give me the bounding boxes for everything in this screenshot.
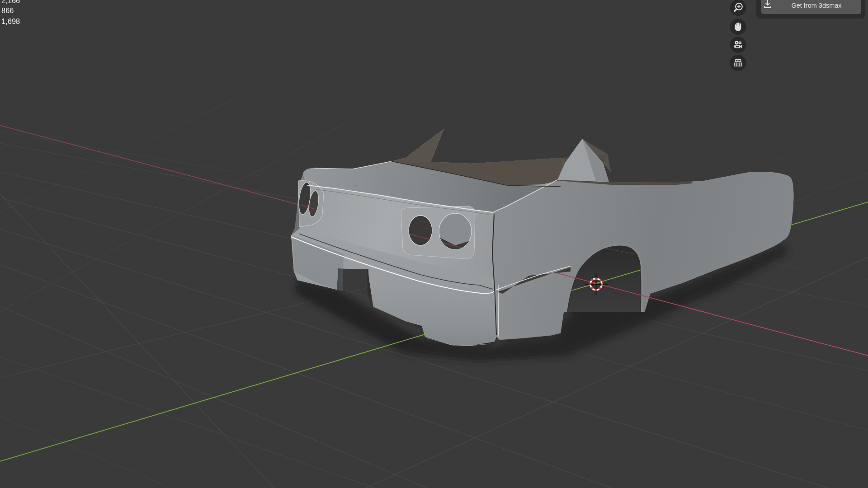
svg-text:866: 866: [1, 6, 14, 14]
svg-text:Get from 3dsmax: Get from 3dsmax: [791, 2, 842, 9]
svg-text:1,698: 1,698: [1, 17, 20, 25]
svg-text:2,166: 2,166: [1, 0, 20, 5]
